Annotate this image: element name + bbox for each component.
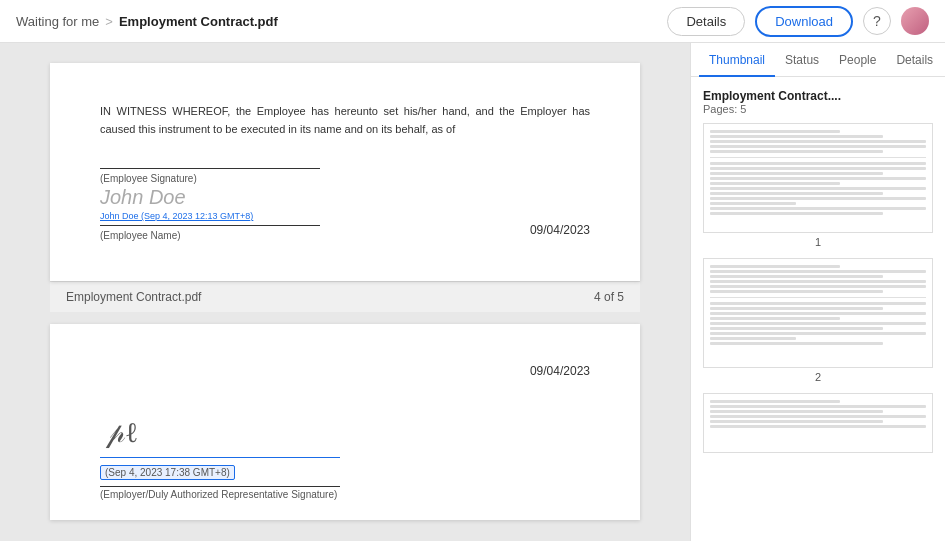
page4-date: 09/04/2023: [530, 223, 590, 237]
download-button[interactable]: Download: [755, 6, 853, 37]
tab-people[interactable]: People: [829, 43, 886, 77]
employer-sig-cursive: 𝓅ℓ: [110, 417, 138, 450]
thumb-number-2: 2: [703, 371, 933, 383]
tab-status[interactable]: Status: [775, 43, 829, 77]
thumbnail-3[interactable]: [703, 393, 933, 453]
panel-content[interactable]: Employment Contract.... Pages: 5: [691, 77, 945, 541]
employer-name-line: [100, 486, 340, 487]
doc-page-5: 09/04/2023 𝓅ℓ (Sep 4, 2023 17:38 GMT+8) …: [50, 324, 640, 520]
help-icon[interactable]: ?: [863, 7, 891, 35]
signature-section: (Employee Signature) John Doe John Doe (…: [100, 168, 590, 241]
header-actions: Details Download ?: [667, 6, 929, 37]
thumb-img-2: [703, 258, 933, 368]
thumb-img-1: [703, 123, 933, 233]
thumbnail-doc-title: Employment Contract....: [703, 89, 933, 103]
thumbnail-info: Employment Contract.... Pages: 5: [703, 89, 933, 115]
employee-sig-block: (Employee Signature) John Doe John Doe (…: [100, 168, 321, 241]
page-footer: Employment Contract.pdf 4 of 5: [50, 281, 640, 312]
footer-pages: 4 of 5: [594, 290, 624, 304]
avatar[interactable]: [901, 7, 929, 35]
right-panel: Thumbnail Status People Details Employme…: [690, 43, 945, 541]
page4-body-text: IN WITNESS WHEREOF, the Employee has her…: [100, 103, 590, 138]
breadcrumb: Waiting for me > Employment Contract.pdf: [16, 14, 655, 29]
tab-thumbnail[interactable]: Thumbnail: [699, 43, 775, 77]
thumbnail-pages: Pages: 5: [703, 103, 933, 115]
thumbnail-1[interactable]: 1: [703, 123, 933, 248]
footer-filename: Employment Contract.pdf: [66, 290, 201, 304]
employer-sig-label: (Employer/Duly Authorized Representative…: [100, 489, 590, 500]
employee-signature-label: (Employee Signature): [100, 173, 321, 184]
signed-info: John Doe (Sep 4, 2023 12:13 GMT+8): [100, 211, 321, 221]
page5-date: 09/04/2023: [100, 364, 590, 378]
tab-details[interactable]: Details: [886, 43, 943, 77]
employee-name-label: (Employee Name): [100, 230, 321, 241]
sig-line-top: [100, 168, 320, 169]
sig-date-info: (Sep 4, 2023 17:38 GMT+8): [100, 462, 590, 482]
panel-tabs: Thumbnail Status People Details: [691, 43, 945, 77]
details-button[interactable]: Details: [667, 7, 745, 36]
thumb-number-1: 1: [703, 236, 933, 248]
breadcrumb-filename: Employment Contract.pdf: [119, 14, 278, 29]
header: Waiting for me > Employment Contract.pdf…: [0, 0, 945, 43]
breadcrumb-waiting: Waiting for me: [16, 14, 99, 29]
thumb-img-3: [703, 393, 933, 453]
sig-name-line: [100, 225, 320, 226]
employer-sig-date: (Sep 4, 2023 17:38 GMT+8): [100, 465, 235, 480]
employer-sig-line: [100, 457, 340, 458]
employer-sig-image: 𝓅ℓ: [100, 398, 590, 458]
page5-sig-section: 𝓅ℓ (Sep 4, 2023 17:38 GMT+8) (Employer/D…: [100, 398, 590, 500]
main-content: IN WITNESS WHEREOF, the Employee has her…: [0, 43, 945, 541]
thumbnail-2[interactable]: 2: [703, 258, 933, 383]
signature-name: John Doe: [100, 186, 321, 209]
doc-page-4: IN WITNESS WHEREOF, the Employee has her…: [50, 63, 640, 281]
breadcrumb-separator: >: [105, 14, 113, 29]
document-viewer[interactable]: IN WITNESS WHEREOF, the Employee has her…: [0, 43, 690, 541]
